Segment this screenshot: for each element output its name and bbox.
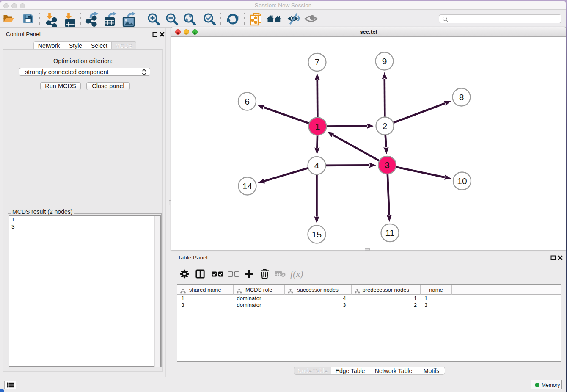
svg-text:4: 4 [314,160,319,170]
svg-text:2: 2 [383,121,388,131]
svg-text:15: 15 [312,229,322,239]
svg-text:14: 14 [242,181,253,191]
svg-text:6: 6 [245,97,250,106]
svg-text:7: 7 [315,57,320,67]
svg-text:1: 1 [315,121,320,131]
svg-text:8: 8 [459,92,464,102]
svg-text:10: 10 [457,176,467,186]
svg-text:11: 11 [385,228,395,237]
svg-text:3: 3 [385,160,390,170]
svg-text:9: 9 [382,56,387,66]
